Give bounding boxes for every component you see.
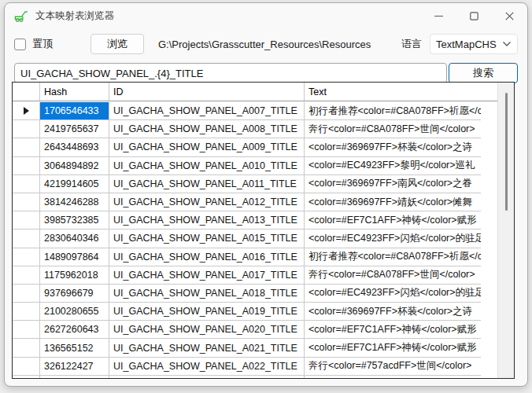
row-text-cell[interactable]: 奔行<color=#C8A078FF>世间</color> — [305, 120, 481, 138]
search-button[interactable]: 搜索 — [449, 63, 518, 83]
grasscutter-mower-icon — [13, 9, 28, 24]
row-hash-cell[interactable]: 4219914605 — [40, 175, 109, 193]
window-controls — [421, 3, 527, 28]
pin-on-top-checkbox[interactable] — [14, 39, 26, 50]
table-row: 326122427UI_GACHA_SHOW_PANEL_A022_TITLE奔… — [13, 358, 481, 376]
row-text-cell[interactable]: <color=#EF7C1AFF>神铸</color>赋形 — [305, 339, 481, 357]
search-input[interactable] — [14, 63, 447, 83]
textmap-grid: Hash ID Text 1706546433UI_GACHA_SHOW_PAN… — [12, 82, 515, 379]
grid-body: 1706546433UI_GACHA_SHOW_PANEL_A007_TITLE… — [13, 102, 481, 378]
header-id[interactable]: ID — [109, 83, 305, 101]
search-row: 搜索 — [5, 63, 527, 83]
row-text-cell[interactable]: 奔行<color=#C8A078FF>世间</color> — [305, 266, 481, 285]
close-icon[interactable] — [492, 3, 527, 28]
row-selector-cell[interactable] — [13, 230, 40, 248]
row-selector-cell[interactable] — [13, 303, 40, 321]
row-id-cell[interactable]: UI_GACHA_SHOW_PANEL_A020_TITLE — [109, 321, 305, 339]
table-row: 1175962018UI_GACHA_SHOW_PANEL_A017_TITLE… — [13, 266, 481, 285]
row-selector-cell[interactable] — [13, 321, 40, 339]
grid-inner: Hash ID Text 1706546433UI_GACHA_SHOW_PAN… — [13, 83, 497, 378]
row-hash-cell[interactable]: 2830640346 — [40, 230, 109, 248]
header-text[interactable]: Text — [305, 83, 497, 101]
row-selector-cell[interactable] — [13, 266, 40, 285]
row-text-cell[interactable]: 初行者推荐<color=#C8A078FF>祈愿</c... — [305, 248, 481, 266]
row-id-cell[interactable]: UI_GACHA_SHOW_PANEL_A011_TITLE — [109, 175, 305, 193]
row-hash-cell[interactable]: 326122427 — [40, 358, 109, 376]
row-hash-cell[interactable]: 2100280655 — [40, 303, 109, 321]
row-hash-cell[interactable]: 3814246288 — [40, 193, 109, 211]
row-text-cell[interactable]: 初行者推荐<color=#C8A078FF>祈愿</c... — [305, 102, 481, 120]
row-id-cell[interactable]: UI_GACHA_SHOW_PANEL_A018_TITLE — [109, 285, 305, 303]
row-id-cell[interactable]: UI_GACHA_SHOW_PANEL_A019_TITLE — [109, 303, 305, 321]
table-row: 937696679UI_GACHA_SHOW_PANEL_A018_TITLE<… — [13, 285, 481, 303]
row-selector-cell[interactable] — [13, 339, 40, 357]
header-hash[interactable]: Hash — [40, 83, 109, 101]
row-selector-cell[interactable] — [13, 358, 40, 376]
row-selector-cell[interactable] — [13, 248, 40, 266]
row-text-cell[interactable]: <color=#369697FF>杯装</color>之诗 — [305, 303, 481, 321]
row-selector-cell[interactable] — [13, 138, 40, 156]
row-hash-cell[interactable]: 937696679 — [40, 285, 109, 303]
maximize-icon[interactable] — [456, 3, 492, 28]
titlebar: 文本映射表浏览器 — [5, 3, 527, 28]
scrollbar-thumb[interactable] — [505, 93, 508, 211]
row-text-cell[interactable]: <color=#369697FF>南风</color>之眷 — [305, 175, 481, 193]
table-row: 2100280655UI_GACHA_SHOW_PANEL_A019_TITLE… — [13, 303, 481, 321]
row-text-cell[interactable]: <color=#369697FF>杯装</color>之诗 — [305, 138, 481, 156]
row-text-cell[interactable]: 初行者推荐<color=#C8A078FF>祈愿</c... — [305, 376, 481, 378]
header-row-selector — [13, 83, 40, 101]
row-id-cell[interactable]: UI_GACHA_SHOW_PANEL_A022_TITLE — [109, 358, 305, 376]
row-hash-cell[interactable]: 2419765637 — [40, 120, 109, 138]
app-window: 文本映射表浏览器 置顶 浏览 G:\Projects\Grasscutter_R… — [4, 2, 528, 387]
toolbar: 置顶 浏览 G:\Projects\Grasscutter_Resources\… — [5, 30, 527, 58]
row-hash-cell[interactable]: 2643448693 — [40, 138, 109, 156]
row-selector-cell[interactable] — [13, 211, 40, 230]
row-hash-cell[interactable]: 136565152 — [40, 339, 109, 357]
row-hash-cell[interactable]: 2627260643 — [40, 321, 109, 339]
table-row: 1489097864UI_GACHA_SHOW_PANEL_A016_TITLE… — [13, 248, 481, 266]
row-id-cell[interactable]: UI_GACHA_SHOW_PANEL_A015_TITLE — [109, 230, 305, 248]
row-text-cell[interactable]: <color=#EC4923FF>闪焰</color>的驻足 — [305, 230, 481, 248]
row-hash-cell[interactable]: 3985732385 — [40, 211, 109, 230]
row-id-cell[interactable] — [109, 376, 305, 378]
row-text-cell[interactable]: 奔行<color=#757acdFF>世间</color> — [305, 358, 481, 376]
row-selector-cell[interactable] — [13, 285, 40, 303]
row-id-cell[interactable]: UI_GACHA_SHOW_PANEL_A010_TITLE — [109, 157, 305, 175]
pin-on-top-label: 置顶 — [32, 37, 53, 51]
table-row: 3814246288UI_GACHA_SHOW_PANEL_A012_TITLE… — [13, 193, 481, 211]
row-hash-cell[interactable]: 1706546433 — [40, 102, 109, 120]
minimize-icon[interactable] — [421, 3, 456, 28]
row-id-cell[interactable]: UI_GACHA_SHOW_PANEL_A016_TITLE — [109, 248, 305, 266]
row-id-cell[interactable]: UI_GACHA_SHOW_PANEL_A012_TITLE — [109, 193, 305, 211]
vertical-scrollbar[interactable] — [497, 83, 514, 378]
row-id-cell[interactable]: UI_GACHA_SHOW_PANEL_A013_TITLE — [109, 211, 305, 230]
row-hash-cell[interactable]: 1489097864 — [40, 248, 109, 266]
row-text-cell[interactable]: <color=#EF7C1AFF>神铸</color>赋形 — [305, 321, 481, 339]
row-id-cell[interactable]: UI_GACHA_SHOW_PANEL_A007_TITLE — [109, 102, 305, 120]
row-selector-cell[interactable] — [13, 157, 40, 175]
window-title: 文本映射表浏览器 — [35, 9, 114, 23]
language-select[interactable]: TextMapCHS — [430, 34, 518, 54]
row-selector-cell[interactable] — [13, 120, 40, 138]
row-id-cell[interactable]: UI_GACHA_SHOW_PANEL_A017_TITLE — [109, 266, 305, 285]
row-selector-cell[interactable] — [13, 175, 40, 193]
browse-button[interactable]: 浏览 — [91, 34, 144, 54]
row-selector-cell[interactable] — [13, 376, 40, 378]
language-selected-value: TextMapCHS — [436, 39, 497, 50]
current-row-arrow-icon — [24, 107, 29, 115]
row-text-cell[interactable]: <color=#369697FF>靖妖</color>傩舞 — [305, 193, 481, 211]
row-selector-cell[interactable] — [13, 193, 40, 211]
row-text-cell[interactable]: <color=#EC4923FF>黎明</color>巡礼 — [305, 157, 481, 175]
row-id-cell[interactable]: UI_GACHA_SHOW_PANEL_A009_TITLE — [109, 138, 305, 156]
row-hash-cell[interactable]: 3064894892 — [40, 157, 109, 175]
row-text-cell[interactable]: <color=#EF7C1AFF>神铸</color>赋形 — [305, 211, 481, 230]
table-row: 2830640346UI_GACHA_SHOW_PANEL_A015_TITLE… — [13, 230, 481, 248]
table-row: 136565152UI_GACHA_SHOW_PANEL_A021_TITLE<… — [13, 339, 481, 357]
row-text-cell[interactable]: <color=#EC4923FF>闪焰</color>的驻足 — [305, 285, 481, 303]
chevron-down-icon — [502, 41, 512, 47]
row-id-cell[interactable]: UI_GACHA_SHOW_PANEL_A008_TITLE — [109, 120, 305, 138]
row-selector-cell[interactable] — [13, 102, 40, 120]
row-id-cell[interactable]: UI_GACHA_SHOW_PANEL_A021_TITLE — [109, 339, 305, 357]
row-hash-cell[interactable]: 1175962018 — [40, 266, 109, 285]
row-hash-cell[interactable] — [40, 376, 109, 378]
